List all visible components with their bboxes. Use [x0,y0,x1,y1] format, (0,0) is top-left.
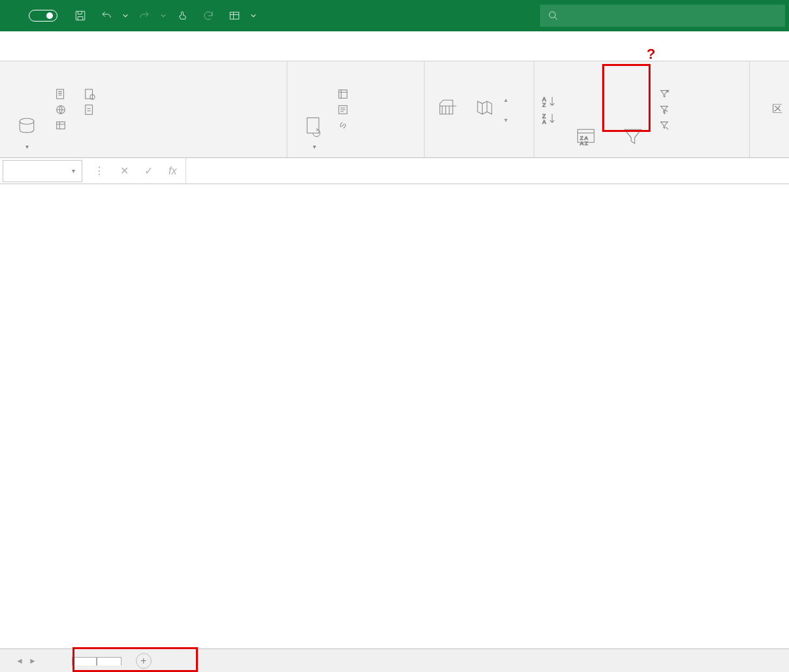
group-label [294,153,417,156]
sheet-tab[interactable] [72,657,97,665]
group-label [7,153,280,156]
properties[interactable] [337,104,353,116]
group-label [431,153,527,156]
svg-rect-11 [339,89,347,98]
cancel-icon[interactable]: ✕ [120,165,129,177]
svg-text:A Z: A Z [580,140,588,146]
existing-connections[interactable] [84,104,99,116]
redo-dropdown-icon[interactable] [159,5,167,27]
qat-dropdown-icon[interactable] [250,5,257,27]
table-icon[interactable] [223,5,246,27]
add-sheet-button[interactable]: + [136,653,152,669]
sort-asc-icon[interactable]: AZ [541,95,558,107]
search-input[interactable] [540,5,785,27]
sort-button[interactable]: Z AA Z [564,65,607,153]
from-text-csv[interactable] [55,88,71,100]
queries-connections[interactable] [337,88,353,100]
name-box[interactable]: ▾ [3,160,82,182]
dots-icon: ⋮ [94,165,105,177]
formula-bar: ▾ ⋮ ✕ ✓ fx [0,158,789,184]
get-data-button[interactable]: ▾ [7,65,47,153]
svg-rect-1 [230,12,239,20]
title-bar [0,0,789,31]
group-label [541,153,743,156]
svg-point-2 [549,12,555,18]
repeat-icon[interactable] [197,5,219,27]
svg-rect-6 [57,121,65,129]
touch-mode-icon[interactable] [171,5,193,27]
sheet-nav-left-icon[interactable]: ◄ [13,656,26,665]
scroll-down-icon[interactable]: ▾ [504,116,507,123]
fx-icon[interactable]: fx [169,165,176,177]
refresh-all-button[interactable]: ▾ [294,65,334,153]
autosave-toggle[interactable] [29,10,57,22]
svg-rect-9 [86,104,93,114]
sheet-tab[interactable] [97,657,121,665]
edit-links[interactable] [337,120,353,131]
svg-rect-4 [57,89,64,98]
ribbon: ▾ ▾ [0,61,789,158]
sort-desc-icon[interactable]: ZA [541,112,558,124]
from-web[interactable] [55,104,71,116]
undo-dropdown-icon[interactable] [121,5,129,27]
recent-sources[interactable] [84,88,99,100]
save-icon[interactable] [69,5,91,27]
svg-point-3 [20,118,34,124]
svg-rect-7 [86,89,93,98]
sheet-tabs-bar: ◄ ► + [0,648,789,672]
svg-text:Z: Z [542,101,546,106]
filter-button[interactable] [610,65,656,153]
advanced-filter[interactable] [658,120,674,131]
geography-button[interactable] [468,95,502,124]
svg-rect-10 [307,118,319,133]
stocks-button[interactable] [431,95,465,124]
redo-icon[interactable] [133,5,155,27]
svg-text:A: A [542,118,546,123]
formula-input[interactable] [185,158,789,184]
scroll-up-icon[interactable]: ▴ [504,96,507,103]
undo-icon[interactable] [95,5,118,27]
from-table-range[interactable] [55,120,71,131]
reapply-filter[interactable] [658,104,674,116]
clear-filter[interactable] [658,88,674,100]
svg-rect-0 [76,11,85,20]
question-mark-annotation: ? [647,46,752,63]
sheet-nav-right-icon[interactable]: ► [26,656,39,665]
enter-icon[interactable]: ✓ [144,165,153,177]
